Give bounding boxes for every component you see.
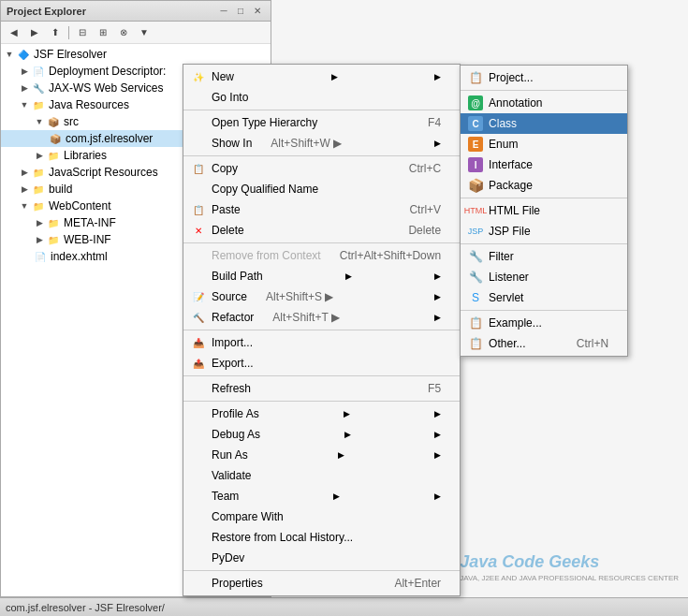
submenu-item-package[interactable]: 📦 Package: [461, 175, 627, 196]
package-label: Package: [489, 179, 533, 192]
menu-item-copy[interactable]: 📋 Copy Ctrl+C: [183, 158, 460, 179]
jax-icon: 🔧: [31, 81, 46, 95]
menu-item-import[interactable]: 📥 Import...: [183, 332, 460, 353]
project-icon: 🔷: [16, 47, 31, 62]
menu-item-refresh[interactable]: Refresh F5: [183, 378, 460, 399]
menu-item-delete[interactable]: ✕ Delete Delete: [183, 220, 460, 241]
menu-item-open-type[interactable]: Open Type Hierarchy F4: [183, 112, 460, 133]
other-shortcut: Ctrl+N: [577, 337, 608, 350]
menu-sep-3: [183, 242, 460, 243]
web-inf-label: WEB-INF: [64, 233, 111, 246]
submenu-sep-4: [461, 310, 627, 311]
menu-item-go-into[interactable]: Go Into: [183, 87, 460, 108]
submenu-item-html[interactable]: HTML HTML File: [461, 200, 627, 221]
annotation-icon: @: [468, 95, 483, 110]
menu-item-new[interactable]: ✨ New ▶ 📋 Project... @ Annotation: [183, 66, 460, 87]
submenu-item-interface[interactable]: I Interface: [461, 154, 627, 175]
menu-item-pydev[interactable]: PyDev: [183, 548, 460, 568]
view-menu-button[interactable]: ▼: [135, 24, 154, 41]
submenu-item-example[interactable]: 📋 Example...: [461, 313, 627, 333]
watermark-tagline-text: JAVA, J2EE AND JAVA PROFESSIONAL RESOURC…: [460, 574, 679, 582]
minimize-button[interactable]: ─: [216, 4, 231, 19]
tree-toolbar: ◀ ▶ ⬆ ⊟ ⊞ ⊗ ▼: [1, 22, 271, 44]
menu-item-team[interactable]: Team ▶: [183, 486, 460, 506]
build-label: build: [49, 183, 72, 196]
deployment-icon: 📄: [31, 64, 46, 79]
menu-item-copy-qualified[interactable]: Copy Qualified Name: [183, 179, 460, 199]
menu-item-profile-as[interactable]: Profile As ▶: [183, 403, 460, 424]
import-label: Import...: [212, 336, 253, 349]
toggle-src: ▼: [33, 115, 46, 128]
delete-label: Delete: [212, 224, 244, 237]
submenu-item-project[interactable]: 📋 Project...: [461, 67, 627, 88]
index-xhtml-label: index.xhtml: [51, 250, 108, 263]
xhtml-icon: 📄: [33, 249, 48, 264]
project-new-icon: 📋: [468, 70, 483, 85]
toolbar-separator-1: [68, 26, 69, 39]
menu-item-validate[interactable]: Validate: [183, 465, 460, 486]
collapse-button[interactable]: ⊟: [73, 24, 92, 41]
import-icon: 📥: [191, 335, 206, 350]
profile-as-label: Profile As: [212, 407, 259, 420]
delete-shortcut: Delete: [408, 224, 441, 237]
refresh-shortcut: F5: [428, 382, 441, 395]
submenu-item-filter[interactable]: 🔧 Filter: [461, 246, 627, 267]
meta-inf-icon: 📁: [46, 215, 61, 230]
package-icon: 📦: [48, 131, 63, 146]
menu-item-run-as[interactable]: Run As ▶: [183, 445, 460, 465]
profile-as-arrow: ▶: [344, 409, 350, 418]
link-button[interactable]: ⊞: [94, 24, 112, 41]
toggle-build: ▶: [18, 183, 31, 196]
submenu-sep-1: [461, 90, 627, 91]
delete-icon: ✕: [191, 223, 206, 238]
menu-item-properties[interactable]: Properties Alt+Enter: [183, 573, 460, 594]
menu-item-paste[interactable]: 📋 Paste Ctrl+V: [183, 199, 460, 220]
run-as-arrow: ▶: [338, 450, 344, 460]
jsp-label: JSP File: [489, 225, 530, 238]
menu-item-remove-context: Remove from Context Ctrl+Alt+Shift+Down: [183, 245, 460, 266]
up-button[interactable]: ⬆: [46, 24, 65, 41]
menu-sep-2: [183, 155, 460, 156]
debug-as-label: Debug As: [212, 428, 260, 441]
submenu-item-enum[interactable]: E Enum: [461, 134, 627, 154]
other-label: Other...: [489, 337, 525, 350]
refactor-icon: 🔨: [191, 310, 206, 325]
forward-button[interactable]: ▶: [25, 24, 44, 41]
submenu-item-jsp[interactable]: JSP JSP File: [461, 221, 627, 242]
menu-item-build-path[interactable]: Build Path ▶: [183, 266, 460, 286]
toggle-jax: ▶: [18, 81, 31, 95]
submenu-item-listener[interactable]: 🔧 Listener: [461, 267, 627, 287]
close-panel-button[interactable]: ✕: [250, 4, 265, 19]
refresh-label: Refresh: [212, 382, 251, 395]
tree-item-jsf-elresolver[interactable]: ▼ 🔷 JSF Elresolver: [1, 46, 271, 63]
menu-sep-7: [183, 570, 460, 571]
back-button[interactable]: ◀: [5, 24, 23, 41]
menu-item-restore[interactable]: Restore from Local History...: [183, 527, 460, 548]
submenu-item-other[interactable]: 📋 Other... Ctrl+N: [461, 333, 627, 354]
remove-context-label: Remove from Context: [212, 249, 321, 262]
toggle-webcontent: ▼: [18, 199, 31, 213]
menu-sep-4: [183, 330, 460, 330]
status-text: com.jsf.elresolver - JSF Elresolver/: [6, 602, 165, 613]
toggle-libs: ▶: [33, 149, 46, 162]
menu-item-compare[interactable]: Compare With: [183, 506, 460, 527]
new-icon: ✨: [191, 69, 206, 84]
menu-item-show-in[interactable]: Show In Alt+Shift+W ▶: [183, 133, 460, 154]
submenu-item-annotation[interactable]: @ Annotation: [461, 93, 627, 113]
panel-toolbar: ─ □ ✕: [216, 4, 265, 19]
menu-item-refactor[interactable]: 🔨 Refactor Alt+Shift+T ▶: [183, 307, 460, 328]
menu-item-export[interactable]: 📤 Export...: [183, 353, 460, 374]
src-icon: 📦: [46, 114, 61, 129]
submenu-item-class[interactable]: C Class: [461, 113, 627, 134]
watermark-brand-area: Java Code Geeks JAVA, J2EE AND JAVA PROF…: [460, 548, 679, 582]
menu-item-debug-as[interactable]: Debug As ▶: [183, 424, 460, 445]
filter-label: Filter: [489, 250, 514, 263]
toggle-java-res: ▼: [18, 98, 31, 111]
toggle-deployment: ▶: [18, 65, 31, 78]
maximize-button[interactable]: □: [233, 4, 248, 19]
webcontent-icon: 📁: [31, 198, 46, 213]
src-label: src: [64, 115, 79, 128]
menu-item-source[interactable]: 📝 Source Alt+Shift+S ▶: [183, 286, 460, 307]
filter-button[interactable]: ⊗: [114, 24, 133, 41]
submenu-item-servlet[interactable]: S Servlet: [461, 287, 627, 308]
